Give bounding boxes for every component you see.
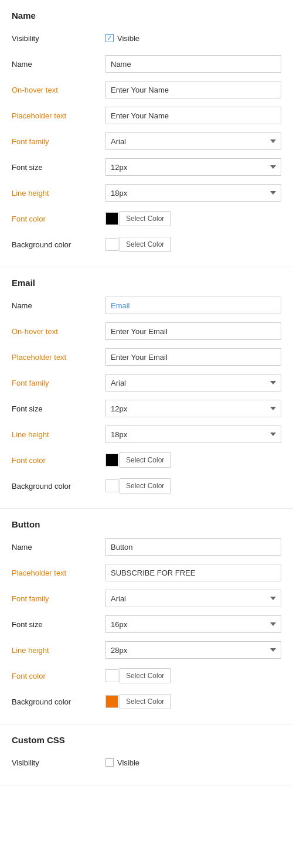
visibility-label: Visibility — [12, 34, 105, 43]
button-placeholder-row: Placeholder text — [12, 563, 281, 582]
custom-css-visible-text: Visible — [117, 758, 139, 767]
email-lineheight-select[interactable]: 18px — [105, 426, 281, 443]
button-fontcolor-swatch — [105, 669, 118, 682]
button-section: Button Name Placeholder text Font family… — [0, 509, 293, 724]
name-name-label: Name — [12, 60, 105, 69]
button-name-row: Name — [12, 537, 281, 556]
email-bgcolor-swatch — [105, 479, 118, 492]
name-fontfamily-select[interactable]: Arial — [105, 132, 281, 150]
button-bgcolor-button[interactable]: Select Color — [120, 694, 171, 709]
email-bgcolor-row: Background color Select Color — [12, 476, 281, 495]
email-bgcolor-control: Select Color — [105, 478, 171, 493]
button-fontcolor-label: Font color — [12, 672, 105, 680]
name-fontcolor-label: Font color — [12, 215, 105, 223]
name-bgcolor-label: Background color — [12, 240, 105, 249]
email-fontcolor-label: Font color — [12, 456, 105, 465]
name-section-title: Name — [12, 11, 281, 21]
button-placeholder-label: Placeholder text — [12, 569, 105, 577]
email-hover-row: On-hover text — [12, 322, 281, 341]
name-lineheight-select[interactable]: 18px — [105, 184, 281, 202]
email-fontsize-select[interactable]: 12px — [105, 400, 281, 417]
email-fontfamily-select[interactable]: Arial — [105, 374, 281, 392]
custom-css-visibility-row: Visibility Visible — [12, 753, 281, 772]
name-placeholder-row: Placeholder text — [12, 106, 281, 125]
checkmark-icon: ✓ — [107, 35, 113, 42]
button-placeholder-input[interactable] — [105, 564, 281, 581]
email-name-row: Name — [12, 296, 281, 315]
email-fontfamily-label: Font family — [12, 379, 105, 387]
name-fontfamily-row: Font family Arial — [12, 132, 281, 151]
custom-css-section-title: Custom CSS — [12, 735, 281, 745]
button-fontcolor-control: Select Color — [105, 668, 171, 683]
name-name-input[interactable] — [105, 55, 281, 73]
name-section: Name Visibility ✓ Visible Name On-hover … — [0, 0, 293, 267]
name-fontsize-label: Font size — [12, 163, 105, 172]
name-lineheight-row: Line height 18px — [12, 183, 281, 202]
email-bgcolor-button[interactable]: Select Color — [120, 478, 171, 493]
name-placeholder-label: Placeholder text — [12, 111, 105, 120]
custom-css-visibility-label: Visibility — [12, 758, 105, 767]
button-lineheight-label: Line height — [12, 646, 105, 655]
email-fontsize-label: Font size — [12, 404, 105, 413]
button-bgcolor-control: Select Color — [105, 694, 171, 709]
button-fontsize-label: Font size — [12, 620, 105, 629]
custom-css-visibility-control: Visible — [105, 758, 139, 767]
name-fontcolor-row: Font color Select Color — [12, 209, 281, 228]
button-fontcolor-button[interactable]: Select Color — [120, 668, 171, 683]
button-bgcolor-swatch — [105, 695, 118, 708]
name-name-row: Name — [12, 55, 281, 73]
email-fontcolor-swatch — [105, 454, 118, 467]
button-fontsize-row: Font size 16px — [12, 615, 281, 634]
email-section: Email Name On-hover text Placeholder tex… — [0, 267, 293, 509]
email-hover-input[interactable] — [105, 322, 281, 340]
name-fontfamily-label: Font family — [12, 137, 105, 146]
email-section-title: Email — [12, 278, 281, 288]
button-fontfamily-select[interactable]: Arial — [105, 590, 281, 607]
name-visibility-row: Visibility ✓ Visible — [12, 29, 281, 47]
button-bgcolor-label: Background color — [12, 697, 105, 706]
name-bgcolor-control: Select Color — [105, 237, 171, 252]
name-visibility-checkbox[interactable]: ✓ — [105, 34, 114, 42]
email-fontcolor-control: Select Color — [105, 452, 171, 468]
name-visible-text: Visible — [117, 34, 139, 43]
button-fontsize-select[interactable]: 16px — [105, 615, 281, 633]
custom-css-visibility-checkbox[interactable] — [105, 758, 114, 767]
email-fontcolor-row: Font color Select Color — [12, 451, 281, 469]
name-fontcolor-button[interactable]: Select Color — [120, 211, 171, 226]
name-placeholder-input[interactable] — [105, 107, 281, 124]
button-name-label: Name — [12, 543, 105, 552]
email-fontfamily-row: Font family Arial — [12, 373, 281, 392]
name-hover-label: On-hover text — [12, 86, 105, 94]
button-fontfamily-label: Font family — [12, 594, 105, 603]
name-bgcolor-button[interactable]: Select Color — [120, 237, 171, 252]
name-visibility-control: ✓ Visible — [105, 34, 139, 43]
email-placeholder-input[interactable] — [105, 348, 281, 366]
email-bgcolor-label: Background color — [12, 482, 105, 491]
email-name-input[interactable] — [105, 297, 281, 314]
email-fontcolor-button[interactable]: Select Color — [120, 452, 171, 468]
name-hover-input[interactable] — [105, 81, 281, 98]
name-fontcolor-control: Select Color — [105, 211, 171, 226]
button-fontfamily-row: Font family Arial — [12, 589, 281, 608]
button-fontcolor-row: Font color Select Color — [12, 666, 281, 685]
name-bgcolor-row: Background color Select Color — [12, 235, 281, 254]
button-lineheight-select[interactable]: 28px — [105, 641, 281, 659]
name-hover-row: On-hover text — [12, 80, 281, 99]
name-lineheight-label: Line height — [12, 189, 105, 198]
name-fontsize-row: Font size 12px — [12, 158, 281, 176]
button-name-input[interactable] — [105, 538, 281, 556]
email-fontsize-row: Font size 12px — [12, 399, 281, 418]
button-lineheight-row: Line height 28px — [12, 641, 281, 659]
email-hover-label: On-hover text — [12, 327, 105, 336]
custom-css-section: Custom CSS Visibility Visible — [0, 724, 293, 785]
name-fontsize-select[interactable]: 12px — [105, 158, 281, 176]
button-bgcolor-row: Background color Select Color — [12, 692, 281, 711]
email-placeholder-label: Placeholder text — [12, 353, 105, 362]
name-fontcolor-swatch — [105, 212, 118, 225]
button-section-title: Button — [12, 519, 281, 529]
email-lineheight-row: Line height 18px — [12, 425, 281, 444]
email-name-label: Name — [12, 301, 105, 310]
name-bgcolor-swatch — [105, 238, 118, 251]
email-lineheight-label: Line height — [12, 430, 105, 439]
email-placeholder-row: Placeholder text — [12, 348, 281, 366]
